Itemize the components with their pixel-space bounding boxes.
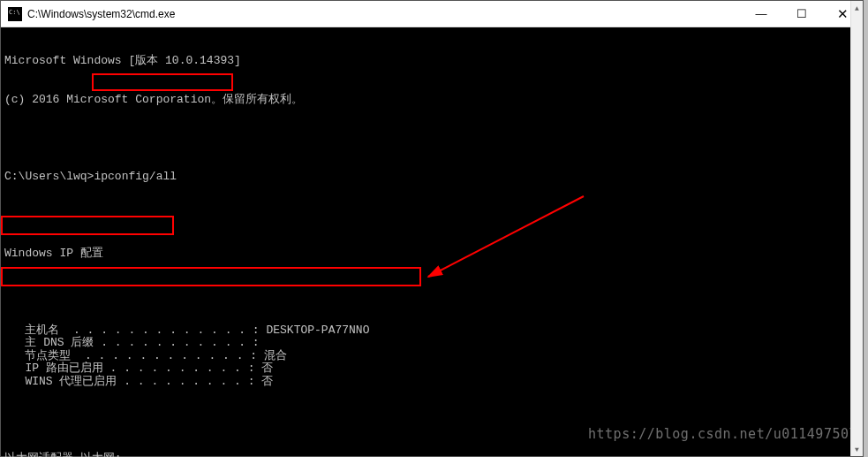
kv-row: IP 路由已启用 . . . . . . . . . . : 否 [4,362,859,376]
cmd-icon [8,7,22,21]
annotation-box-mac [1,267,421,286]
vertical-scrollbar[interactable]: ▲ ▼ [850,1,863,456]
kv-value: DESKTOP-PA77NNO [266,324,369,338]
blank-line [4,132,859,145]
kv-row: 主 DNS 后缀 . . . . . . . . . . . : [4,337,859,350]
kv-row: WINS 代理已启用 . . . . . . . . . : 否 [4,376,859,389]
terminal-output[interactable]: Microsoft Windows [版本 10.0.14393] (c) 20… [1,27,863,456]
winip-block: 主机名 . . . . . . . . . . . . . : DESKTOP-… [4,324,859,389]
minimize-button[interactable]: — [741,1,781,27]
section-winip: Windows IP 配置 [4,248,859,261]
kv-key: WINS 代理已启用 [4,376,117,389]
kv-dots: . . . . . . . . . . . . : [71,350,263,363]
scroll-up-icon[interactable]: ▲ [851,1,863,15]
kv-value: 混合 [264,350,287,363]
kv-dots: . . . . . . . . . . . . . : [59,324,266,338]
kv-value: 否 [261,376,273,389]
watermark: https://blog.csdn.net/u011497507 [588,428,857,441]
kv-dots: . . . . . . . . . : [117,376,261,389]
cmd-window: C:\Windows\system32\cmd.exe — ☐ ✕ Micros… [0,0,864,457]
blank-line [4,286,859,299]
kv-key: 主机名 [4,324,59,338]
maximize-button[interactable]: ☐ [781,1,822,27]
titlebar[interactable]: C:\Windows\system32\cmd.exe — ☐ ✕ [1,1,863,27]
header-line-1: Microsoft Windows [版本 10.0.14393] [4,55,859,68]
kv-key: IP 路由已启用 [4,362,103,376]
kv-key: 主 DNS 后缀 [4,337,94,350]
kv-dots: . . . . . . . . . . . : [94,337,259,350]
kv-row: 节点类型 . . . . . . . . . . . . : 混合 [4,350,859,363]
annotation-box-command [92,73,233,91]
kv-value: 否 [261,362,273,376]
annotation-arrow [1,27,863,456]
scroll-down-icon[interactable]: ▼ [851,442,863,456]
prompt-prefix: C:\Users\lwq> [4,170,94,183]
prompt-line: C:\Users\lwq>ipconfig/all [4,171,859,184]
kv-row: 主机名 . . . . . . . . . . . . . : DESKTOP-… [4,324,859,338]
blank-line [4,414,859,427]
prompt-command: ipconfig/all [94,170,177,183]
window-controls: — ☐ ✕ [741,1,863,27]
kv-dots: . . . . . . . . . . : [103,362,261,376]
header-line-2: (c) 2016 Microsoft Corporation。保留所有权利。 [4,94,859,107]
blank-line [4,209,859,222]
window-title: C:\Windows\system32\cmd.exe [27,8,741,20]
kv-key: 节点类型 [4,350,71,363]
section-eth: 以太网适配器 以太网: [4,453,859,458]
